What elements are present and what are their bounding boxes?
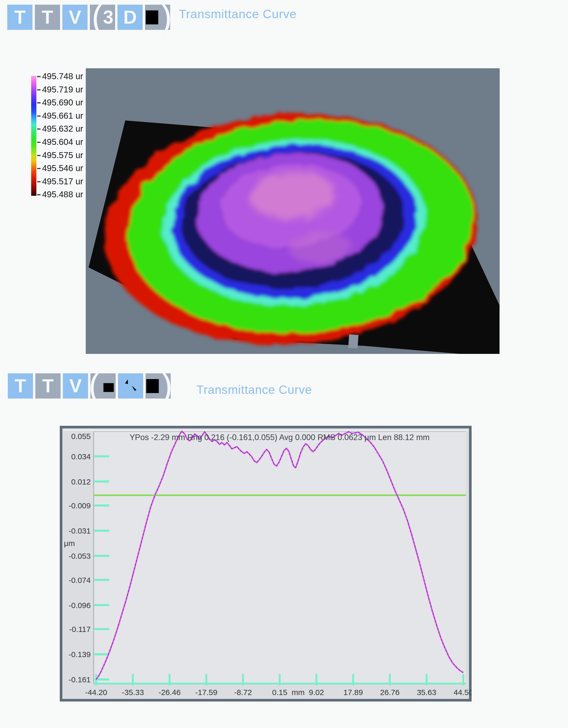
x-tick-label: 0.15	[272, 688, 287, 697]
curve-chart-panel: 0.0550.0340.012-0.009-0.031-0.053-0.074-…	[60, 426, 472, 702]
header-curve-tile-3: (	[90, 373, 116, 399]
legend-tick	[37, 116, 41, 117]
legend-tick	[37, 129, 41, 130]
header-curve-subtitle: Transmittance Curve	[196, 383, 312, 397]
header-curve-tile-2: V	[63, 373, 88, 399]
legend-value: 495.719 ur	[42, 85, 83, 95]
tile-letter: T	[14, 5, 26, 30]
legend-tick	[37, 194, 41, 195]
legend-3d-colorbar	[31, 76, 36, 196]
tile-letter: V	[69, 373, 82, 399]
tile-letter: D	[123, 5, 137, 30]
legend-value: 495.575 ur	[42, 150, 83, 160]
legend-value: 495.517 ur	[42, 177, 83, 186]
x-tick-label: 44.50	[453, 688, 472, 697]
x-tick-label: -44.20	[85, 688, 107, 697]
legend-tick	[37, 89, 41, 90]
legend-value: 495.488 ur	[42, 190, 83, 199]
header-curve-tile-5: )	[145, 373, 171, 399]
y-tick-label: -0.096	[69, 601, 91, 610]
header-3d-tiles: TTV(3D)	[7, 5, 170, 30]
tile-letter: 3	[103, 5, 113, 30]
hanzi-glyph	[143, 8, 161, 27]
x-tick-label: -17.59	[195, 688, 217, 697]
tile-letter: V	[69, 5, 81, 30]
paren-glyph: (	[91, 4, 103, 29]
header-curve-tiles: TTV()	[8, 373, 171, 399]
header-3d-tile-2: V	[62, 5, 88, 30]
header-3d-tile-5: )	[145, 5, 170, 30]
header-3d-tile-4: D	[117, 5, 143, 30]
hanzi-glyph	[144, 377, 161, 395]
header-3d-tile-1: T	[35, 5, 60, 30]
y-tick-label: -0.009	[69, 501, 91, 510]
legend-tick	[37, 142, 41, 143]
mount-notch	[348, 334, 359, 348]
paren-glyph: (	[89, 373, 100, 398]
legend-value: 495.748 ur	[42, 71, 83, 81]
header-3d-subtitle: Transmittance Curve	[179, 7, 297, 21]
x-tick-label: -35.33	[122, 688, 144, 697]
legend-tick	[37, 76, 41, 77]
y-tick-label: -0.074	[69, 576, 91, 584]
legend-tick	[37, 181, 41, 182]
y-tick-label: -0.031	[69, 527, 91, 535]
tile-letter: T	[42, 373, 54, 399]
x-tick-label: 9.02	[309, 688, 324, 697]
surface-3d-plot	[86, 68, 500, 354]
hanzi-glyph	[122, 377, 139, 395]
tile-letter: T	[15, 373, 26, 399]
chart-title: YPos -2.29 mm Rng 0.216 (-0.161,0.055) A…	[130, 433, 430, 442]
legend-value: 495.690 ur	[42, 98, 83, 107]
plot-area	[93, 432, 466, 684]
x-tick-label: -8.72	[234, 688, 252, 697]
x-axis-unit: mm	[292, 688, 305, 697]
surface-3d-panel	[86, 68, 500, 354]
y-axis-unit: μm	[64, 539, 75, 548]
header-3d-tile-3: (3	[90, 5, 115, 30]
y-tick-label: -0.053	[69, 552, 91, 560]
legend-tick	[37, 168, 41, 169]
y-tick-label: 0.055	[71, 432, 91, 441]
legend-value: 495.632 ur	[42, 124, 83, 134]
x-tick-label: 26.76	[380, 688, 400, 697]
legend-value: 495.546 ur	[42, 163, 83, 173]
legend-tick	[37, 155, 41, 156]
y-tick-label: 0.012	[71, 477, 91, 486]
tile-letter: T	[42, 5, 53, 30]
header-curve-tile-1: T	[35, 373, 61, 399]
y-tick-label: -0.139	[69, 650, 91, 659]
hanzi-glyph	[100, 377, 117, 395]
legend-value: 495.661 ur	[42, 111, 83, 121]
x-tick-label: 35.63	[417, 688, 436, 697]
paren-glyph: )	[161, 4, 172, 29]
legend-tick	[37, 102, 41, 103]
curve-chart: 0.0550.0340.012-0.009-0.031-0.053-0.074-…	[60, 426, 472, 702]
y-tick-label: -0.117	[69, 625, 91, 633]
header-curve-tile-4	[118, 373, 143, 399]
y-tick-label: -0.161	[69, 675, 91, 684]
header-curve-tile-0: T	[8, 373, 33, 399]
x-tick-label: -26.46	[158, 688, 180, 697]
paren-glyph: )	[161, 373, 173, 398]
legend-value: 495.604 ur	[42, 137, 83, 147]
y-tick-label: 0.034	[71, 452, 91, 461]
header-3d-tile-0: T	[7, 5, 32, 30]
x-tick-label: 17.89	[344, 688, 363, 697]
